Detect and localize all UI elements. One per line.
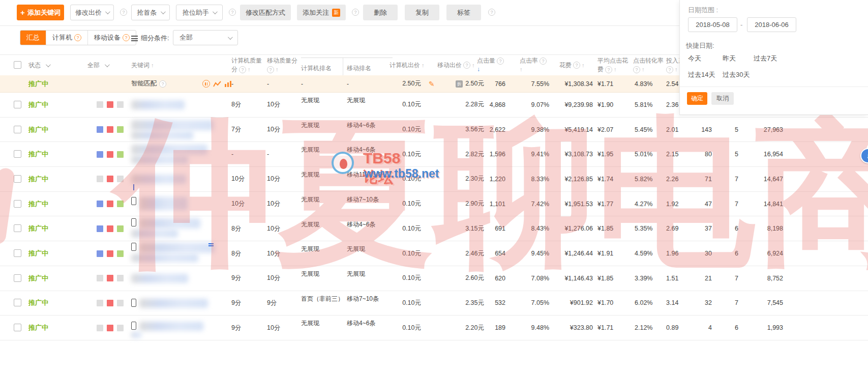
keyword-cell[interactable] bbox=[131, 291, 228, 316]
modify-match-button[interactable]: 修改匹配方式 bbox=[240, 5, 291, 20]
keyword-cell[interactable] bbox=[131, 266, 228, 291]
quick-date-30days[interactable]: 过去30天 bbox=[723, 70, 750, 79]
row-checkbox[interactable] bbox=[14, 200, 21, 208]
header-avg-cost[interactable]: 平均点击花 费 ↑ bbox=[597, 55, 628, 75]
add-keyword-button[interactable]: + 添加关键词 bbox=[17, 5, 64, 20]
copy-button[interactable]: 复制 bbox=[405, 5, 439, 20]
header-mo-rank[interactable]: 移动排名 bbox=[347, 64, 371, 73]
delete-label: 删除 bbox=[374, 8, 387, 17]
sort-asc-icon: ↑ bbox=[422, 62, 425, 68]
quick-date-14days[interactable]: 过去14天 bbox=[688, 70, 715, 79]
header-ctr[interactable]: 点击率 ↑ bbox=[520, 55, 547, 75]
grab-first-button[interactable]: 抢首条 bbox=[131, 5, 170, 20]
header-roi[interactable]: 投入产出比 ↑ bbox=[666, 55, 679, 75]
device-tab-group: 汇总 计算机 移动设备 bbox=[20, 30, 136, 45]
row-checkbox[interactable] bbox=[14, 175, 21, 183]
quick-date-label: 快捷日期: bbox=[686, 41, 714, 50]
grab-assistant-button[interactable]: 抢位助手 bbox=[176, 5, 223, 20]
cell-extra3: 16,954 bbox=[742, 142, 783, 166]
cell-extra3: 14,841 bbox=[742, 192, 783, 216]
select-all-checkbox[interactable] bbox=[14, 61, 21, 69]
header-conv[interactable]: 点击转化率 ↑ bbox=[633, 55, 664, 75]
row-checkbox[interactable] bbox=[14, 249, 21, 257]
edit-bid-icon[interactable]: ✎ bbox=[429, 80, 435, 88]
device-square-icon bbox=[97, 126, 103, 133]
row-checkbox[interactable] bbox=[14, 101, 21, 108]
rank-group-header: 计算机排名 移动排名 bbox=[301, 58, 393, 75]
report-chart-icon[interactable] bbox=[224, 80, 232, 88]
header-device-label: 全部 bbox=[87, 61, 100, 70]
tag-button[interactable]: 标签 bbox=[446, 5, 481, 20]
table-row: 推广中--无展现移动4~6条0.10元2.82元1,5969.41%¥3,108… bbox=[0, 142, 868, 167]
device-square-icon bbox=[107, 275, 113, 281]
device-square-icon bbox=[117, 225, 124, 232]
segment-filter-select[interactable]: 全部 bbox=[173, 30, 238, 45]
quick-date-today[interactable]: 今天 bbox=[688, 54, 701, 63]
row-checkbox[interactable] bbox=[14, 274, 21, 282]
cell-avg: ¥1.91 bbox=[597, 241, 634, 266]
keyword-cell[interactable] bbox=[131, 118, 228, 142]
row-checkbox[interactable] bbox=[14, 299, 21, 306]
header-status[interactable]: 状态 bbox=[28, 55, 49, 75]
header-pc-rank[interactable]: 计算机排名 bbox=[301, 64, 332, 73]
header-mo-quality[interactable]: 移动质量分 ↑ bbox=[267, 55, 304, 75]
help-icon[interactable] bbox=[488, 9, 495, 16]
header-pc-quality[interactable]: 计算机质量 分 ↑ bbox=[231, 55, 271, 75]
trend-chart-icon[interactable] bbox=[213, 80, 221, 88]
end-date-input[interactable]: 2018-06-06 bbox=[747, 17, 796, 32]
keyword-cell[interactable] bbox=[131, 217, 228, 241]
confirm-button[interactable]: 确定 bbox=[687, 92, 707, 105]
keyword-cell[interactable] bbox=[131, 192, 228, 216]
cell-pcbid: 0.10元 bbox=[381, 316, 421, 340]
cell-pcbid: 2.50元 bbox=[381, 75, 421, 92]
keyword-cell[interactable] bbox=[131, 241, 228, 266]
sort-asc-icon: ↑ bbox=[472, 62, 475, 68]
device-square-icon bbox=[97, 201, 103, 207]
tab-summary[interactable]: 汇总 bbox=[20, 31, 46, 45]
cell-extra2: 6 bbox=[717, 316, 738, 340]
help-icon bbox=[267, 66, 274, 73]
keyword-blur bbox=[131, 274, 188, 283]
row-checkbox[interactable] bbox=[14, 150, 21, 158]
quick-date-yesterday[interactable]: 昨天 bbox=[723, 54, 736, 63]
header-pc-bid[interactable]: 计算机出价 ↑ bbox=[390, 55, 425, 75]
row-checkbox[interactable] bbox=[14, 324, 21, 331]
header-mo-bid[interactable]: 移动出价 ↑ bbox=[437, 55, 475, 75]
row-checkbox[interactable] bbox=[14, 126, 21, 133]
help-icon[interactable] bbox=[120, 9, 127, 16]
cell-ctr: 7.05% bbox=[516, 291, 549, 316]
add-watch-button[interactable]: 添加关注 新 bbox=[297, 5, 346, 20]
keyword-cell[interactable] bbox=[131, 142, 228, 166]
device-square-icon bbox=[97, 275, 103, 281]
row-checkbox[interactable] bbox=[14, 224, 21, 232]
header-device[interactable]: 全部 bbox=[87, 55, 108, 75]
cell-extra3: 8,752 bbox=[742, 266, 783, 291]
pause-icon[interactable] bbox=[202, 80, 210, 88]
header-keyword[interactable]: 关键词 ↑ bbox=[131, 55, 154, 75]
header-cost[interactable]: 花费 ↑ bbox=[559, 55, 585, 75]
cancel-button[interactable]: 取消 bbox=[711, 92, 734, 105]
cell-extra3: 14,647 bbox=[742, 167, 783, 191]
tab-mobile[interactable]: 移动设备 bbox=[88, 31, 136, 45]
header-clicks[interactable]: 点击量 ↓ bbox=[477, 55, 504, 75]
delete-button[interactable]: 删除 bbox=[363, 5, 398, 20]
keyword-cell[interactable] bbox=[131, 93, 228, 117]
help-icon[interactable] bbox=[352, 9, 359, 16]
keyword-cell[interactable] bbox=[131, 316, 228, 340]
table-row: 推广中8分10分无展现无展现0.10元2.46元6549.45%¥1,246.4… bbox=[0, 241, 868, 266]
start-date-input[interactable]: 2018-05-08 bbox=[688, 17, 737, 32]
keyword-cell[interactable] bbox=[131, 167, 228, 191]
quick-date-7days[interactable]: 过去7天 bbox=[754, 54, 777, 63]
tab-computer[interactable]: 计算机 bbox=[46, 31, 88, 45]
cell-moq: 10分 bbox=[267, 316, 296, 340]
cell-pcrank: 无展现 bbox=[301, 118, 346, 142]
help-icon[interactable] bbox=[229, 9, 236, 16]
cell-pcrank: 首页（非前三） bbox=[301, 291, 346, 316]
cell-moq: 10分 bbox=[267, 217, 296, 241]
cell-ctr: 9.45% bbox=[516, 241, 549, 266]
cell-conv: 6.02% bbox=[635, 291, 666, 316]
cell-extra1: 71 bbox=[683, 167, 712, 191]
grab-assistant-label: 抢位助手 bbox=[183, 8, 209, 17]
modify-bid-button[interactable]: 修改出价 bbox=[70, 5, 114, 20]
sort-desc-icon: ↓ bbox=[477, 66, 480, 73]
